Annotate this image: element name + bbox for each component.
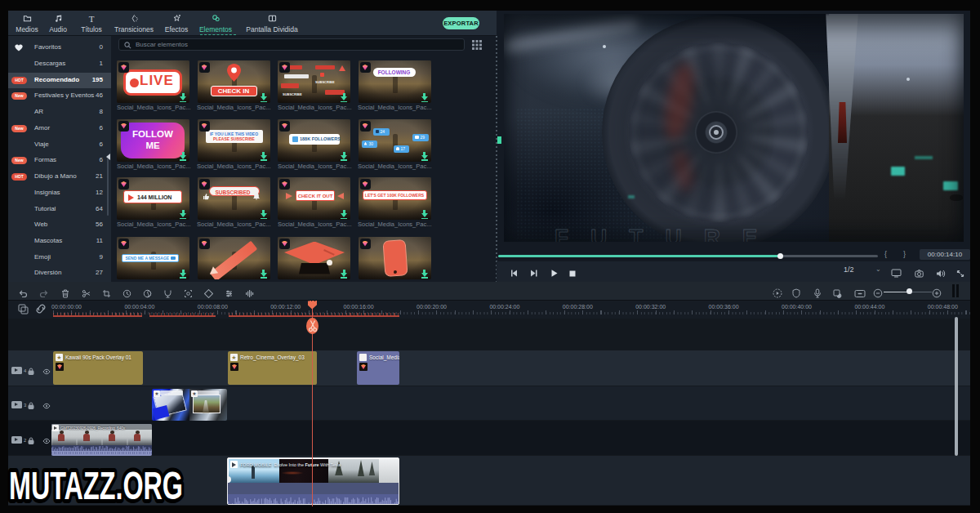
svg-text:MUTAZZ.ORG: MUTAZZ.ORG xyxy=(9,464,183,507)
